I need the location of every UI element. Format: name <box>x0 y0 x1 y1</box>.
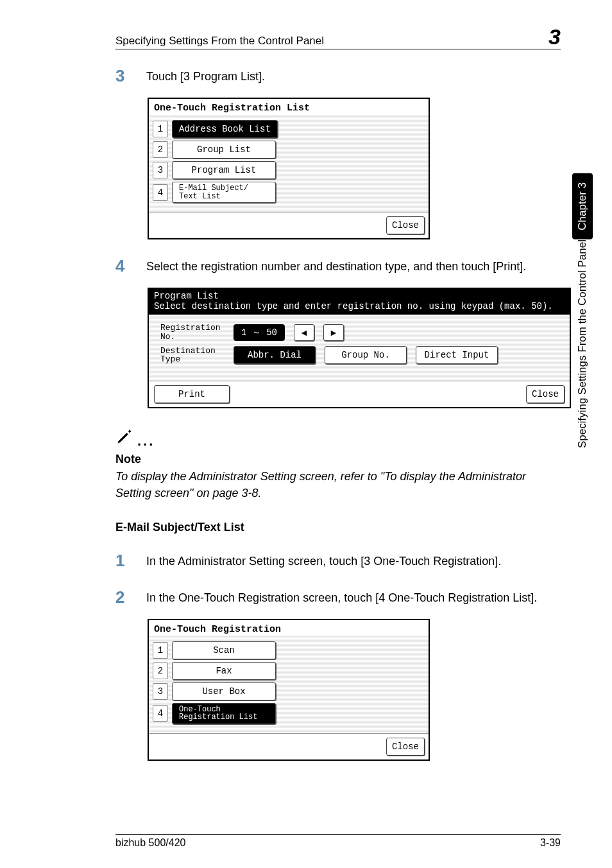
header-title: Specifying Settings From the Control Pan… <box>115 35 324 48</box>
step-number-3: 3 <box>115 66 128 86</box>
step-text-1b: In the Administrator Setting screen, tou… <box>146 551 501 569</box>
lcd2-close-button[interactable]: Close <box>526 385 565 403</box>
scan-button[interactable]: Scan <box>172 641 276 659</box>
print-button[interactable]: Print <box>154 385 230 403</box>
address-book-list-button[interactable]: Address Book List <box>172 120 278 138</box>
lcd3-title: One-Touch Registration <box>149 620 429 636</box>
lcd1-item1-num: 1 <box>153 121 168 137</box>
lcd1-close-button[interactable]: Close <box>386 216 425 234</box>
pen-hand-icon <box>115 428 133 450</box>
group-no-button[interactable]: Group No. <box>325 346 407 364</box>
lcd1-item2-num: 2 <box>153 141 168 158</box>
step-number-4: 4 <box>115 256 128 276</box>
lcd3-item4-num: 4 <box>153 705 168 722</box>
registration-prev-button[interactable]: ◄ <box>294 324 314 341</box>
abbr-dial-button[interactable]: Abbr. Dial <box>234 346 316 364</box>
destination-type-label: Destination Type <box>158 347 225 364</box>
step-number-2b: 2 <box>115 587 128 607</box>
registration-no-value: 1 ～ 50 <box>234 324 285 341</box>
lcd-one-touch-registration-list: One-Touch Registration List 1 Address Bo… <box>148 98 430 239</box>
arrow-right-icon: ► <box>329 327 338 338</box>
lcd3-close-button[interactable]: Close <box>386 738 425 756</box>
step-text-3: Touch [3 Program List]. <box>146 66 265 85</box>
section-email-subject-text-list: E-Mail Subject/Text List <box>115 521 561 534</box>
arrow-left-icon: ◄ <box>300 327 309 338</box>
registration-no-label: Registration No. <box>158 324 225 341</box>
side-tab: Chapter 3 Specifying Settings From the C… <box>572 173 593 591</box>
step-text-2b: In the One-Touch Registration screen, to… <box>146 587 537 606</box>
side-tab-chapter: Chapter 3 <box>572 173 593 239</box>
note-heading: Note <box>115 453 561 466</box>
direct-input-button[interactable]: Direct Input <box>416 346 498 364</box>
fax-button[interactable]: Fax <box>172 662 276 680</box>
lcd1-title: One-Touch Registration List <box>149 99 429 115</box>
one-touch-registration-list-button[interactable]: One-Touch Registration List <box>172 703 276 724</box>
program-list-button[interactable]: Program List <box>172 161 276 179</box>
footer-page-number: 3-39 <box>540 837 561 849</box>
lcd3-item1-num: 1 <box>153 642 168 659</box>
lcd-one-touch-registration: One-Touch Registration 1 Scan 2 Fax 3 Us… <box>148 619 430 761</box>
chapter-number: 3 <box>548 26 561 48</box>
note-body: To display the Administrator Setting scr… <box>115 469 561 501</box>
lcd2-subtitle: Select destination type and enter regist… <box>154 301 565 311</box>
note-dots-icon: ... <box>137 434 155 450</box>
footer-model: bizhub 500/420 <box>115 837 185 849</box>
registration-next-button[interactable]: ► <box>323 324 344 341</box>
lcd2-title: Program List <box>154 291 565 301</box>
group-list-button[interactable]: Group List <box>172 141 276 159</box>
page-header: Specifying Settings From the Control Pan… <box>115 26 561 49</box>
side-tab-title: Specifying Settings From the Control Pan… <box>572 239 593 455</box>
email-subject-text-list-button[interactable]: E-Mail Subject/ Text List <box>172 182 276 203</box>
step-text-4: Select the registration number and desti… <box>146 256 526 275</box>
note-icon: ... <box>115 428 561 450</box>
lcd3-item2-num: 2 <box>153 663 168 679</box>
lcd1-item3-num: 3 <box>153 162 168 178</box>
lcd-program-list: Program List Select destination type and… <box>148 288 571 408</box>
page-footer: bizhub 500/420 3-39 <box>115 834 561 849</box>
lcd3-item3-num: 3 <box>153 683 168 700</box>
step-number-1b: 1 <box>115 551 128 571</box>
user-box-button[interactable]: User Box <box>172 682 276 700</box>
lcd1-item4-num: 4 <box>153 184 168 201</box>
